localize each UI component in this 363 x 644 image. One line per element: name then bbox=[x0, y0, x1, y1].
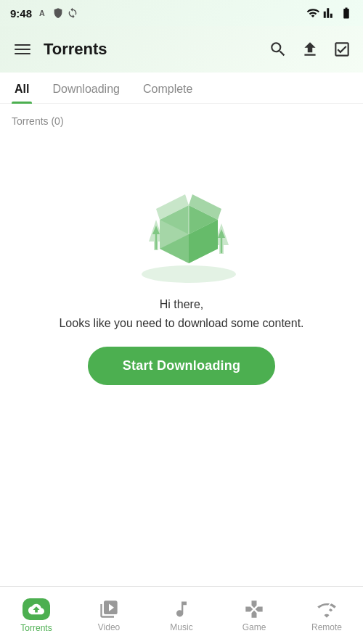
wifi-icon bbox=[306, 7, 319, 20]
tab-downloading[interactable]: Downloading bbox=[49, 73, 123, 103]
start-downloading-button[interactable]: Start Downloading bbox=[88, 347, 275, 385]
tab-all[interactable]: All bbox=[12, 73, 32, 103]
battery-icon bbox=[340, 7, 353, 20]
empty-message: Hi there, Looks like you need to downloa… bbox=[59, 295, 303, 332]
status-system-icons bbox=[306, 7, 353, 20]
empty-state: Hi there, Looks like you need to downloa… bbox=[12, 133, 351, 400]
torrents-nav-icon-bg bbox=[23, 598, 50, 620]
upload-icon[interactable] bbox=[301, 40, 319, 59]
video-nav-icon bbox=[99, 599, 119, 619]
svg-text:A: A bbox=[39, 9, 45, 17]
main-content: Torrents (0) bbox=[0, 104, 363, 400]
menu-button[interactable] bbox=[12, 41, 33, 57]
bottom-nav: Torrents Video Music Game Remote bbox=[0, 586, 363, 644]
sync-icon bbox=[67, 7, 78, 19]
svg-point-1 bbox=[142, 265, 236, 283]
check-square-icon[interactable] bbox=[333, 40, 351, 59]
tab-complete[interactable]: Complete bbox=[140, 73, 195, 103]
shield-icon bbox=[52, 7, 64, 19]
header-actions bbox=[269, 40, 351, 59]
torrents-count: Torrents (0) bbox=[12, 115, 351, 127]
notification-a-icon: A bbox=[38, 7, 49, 19]
page-title: Torrents bbox=[44, 40, 258, 59]
nav-item-remote[interactable]: Remote bbox=[290, 593, 363, 638]
search-icon[interactable] bbox=[269, 40, 287, 59]
nav-label-torrents: Torrents bbox=[20, 623, 52, 633]
game-nav-icon bbox=[244, 599, 264, 619]
empty-illustration bbox=[116, 162, 247, 278]
notification-icons: A bbox=[38, 7, 78, 19]
tabs: All Downloading Complete bbox=[0, 73, 363, 104]
nav-item-torrents[interactable]: Torrents bbox=[0, 593, 73, 639]
nav-label-music: Music bbox=[170, 622, 192, 632]
nav-label-remote: Remote bbox=[311, 622, 342, 632]
status-time: 9:48 bbox=[10, 7, 32, 20]
nav-label-game: Game bbox=[242, 622, 266, 632]
nav-item-music[interactable]: Music bbox=[145, 593, 218, 638]
signal-icon bbox=[323, 7, 336, 20]
nav-item-video[interactable]: Video bbox=[73, 593, 145, 638]
header: Torrents bbox=[0, 26, 363, 73]
music-nav-icon bbox=[171, 599, 192, 619]
status-bar: 9:48 A bbox=[0, 0, 363, 26]
nav-label-video: Video bbox=[98, 622, 120, 632]
box-svg bbox=[116, 162, 261, 292]
nav-item-game[interactable]: Game bbox=[218, 593, 290, 638]
remote-nav-icon bbox=[317, 599, 337, 619]
torrents-nav-icon bbox=[28, 601, 44, 617]
